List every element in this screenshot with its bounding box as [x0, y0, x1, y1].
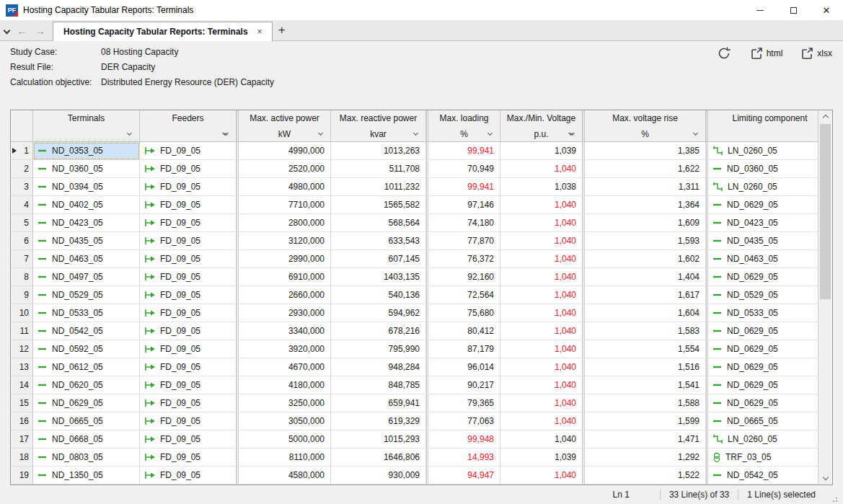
cell-limiting-component[interactable]: ND_0629_05 [706, 376, 832, 394]
table-row[interactable]: 2ND_0360_05FD_09_052520,000511,70870,949… [11, 160, 832, 178]
cell-max-min-voltage[interactable]: 1,040 [500, 160, 583, 178]
vertical-scrollbar[interactable] [818, 110, 832, 485]
cell-max-reactive-power[interactable]: 1013,263 [331, 142, 426, 160]
cell-max-loading[interactable]: 72,564 [426, 286, 500, 304]
cell-max-reactive-power[interactable]: 633,543 [331, 232, 426, 250]
cell-terminal[interactable]: ND_0533_05 [33, 304, 140, 322]
cell-feeder[interactable]: FD_09_05 [140, 340, 237, 358]
table-row[interactable]: 6ND_0435_05FD_09_053120,000633,54377,870… [11, 232, 832, 250]
tab-close-icon[interactable]: × [255, 27, 265, 37]
cell-max-reactive-power[interactable]: 1646,806 [331, 448, 426, 467]
tab-list-dropdown-button[interactable] [4, 25, 9, 35]
cell-max-min-voltage[interactable]: 1,040 [500, 376, 583, 394]
cell-terminal[interactable]: ND_0353_05 [33, 142, 140, 160]
table-row[interactable]: 9ND_0529_05FD_09_052660,000540,13672,564… [11, 286, 832, 304]
cell-feeder[interactable]: FD_09_05 [140, 304, 237, 322]
cell-max-active-power[interactable]: 4580,000 [237, 467, 331, 485]
cell-max-voltage-rise[interactable]: 1,364 [583, 196, 706, 214]
cell-feeder[interactable]: FD_09_05 [140, 196, 237, 214]
cell-terminal[interactable]: ND_0542_05 [33, 322, 140, 340]
cell-max-active-power[interactable]: 6910,000 [237, 268, 331, 286]
cell-max-min-voltage[interactable]: 1,040 [500, 322, 583, 340]
cell-max-reactive-power[interactable]: 1015,293 [331, 430, 426, 448]
cell-max-reactive-power[interactable]: 594,962 [331, 304, 426, 322]
new-tab-button[interactable]: + [273, 20, 291, 40]
table-row[interactable]: 5ND_0423_05FD_09_052800,000568,56474,180… [11, 214, 832, 232]
cell-max-min-voltage[interactable]: 1,040 [500, 394, 583, 412]
cell-max-active-power[interactable]: 2660,000 [237, 286, 331, 304]
cell-terminal[interactable]: ND_0620_05 [33, 376, 140, 394]
row-number-cell[interactable]: 16 [11, 412, 33, 430]
filter-chevron-icon[interactable] [128, 131, 131, 135]
cell-max-loading[interactable]: 79,365 [426, 394, 500, 412]
cell-max-active-power[interactable]: 8110,000 [237, 448, 331, 467]
cell-limiting-component[interactable]: ND_0665_05 [706, 412, 832, 430]
table-row[interactable]: 12ND_0592_05FD_09_053920,000795,99087,17… [11, 340, 832, 358]
cell-limiting-component[interactable]: ND_0435_05 [706, 232, 832, 250]
cell-limiting-component[interactable]: ND_0629_05 [706, 322, 832, 340]
row-number-cell[interactable]: 1 [11, 142, 33, 160]
cell-max-loading[interactable]: 75,680 [426, 304, 500, 322]
export-html-button[interactable]: html [747, 44, 785, 63]
cell-limiting-component[interactable]: ND_0542_05 [706, 467, 832, 485]
column-header-terminals[interactable]: Terminals [33, 110, 140, 141]
cell-max-min-voltage[interactable]: 1,040 [500, 358, 583, 376]
table-row[interactable]: 14ND_0620_05FD_09_054180,000848,78590,21… [11, 376, 832, 394]
filter-chevron-icon[interactable] [223, 131, 228, 135]
cell-max-voltage-rise[interactable]: 1,554 [583, 340, 706, 358]
table-row[interactable]: 10ND_0533_05FD_09_052930,000594,96275,68… [11, 304, 832, 322]
cell-max-loading[interactable]: 94,947 [426, 467, 500, 485]
cell-max-loading[interactable]: 92,160 [426, 268, 500, 286]
refresh-button[interactable] [714, 43, 734, 63]
cell-terminal[interactable]: ND_0463_05 [33, 250, 140, 268]
cell-max-voltage-rise[interactable]: 1,617 [583, 286, 706, 304]
cell-max-reactive-power[interactable]: 1403,135 [331, 268, 426, 286]
cell-feeder[interactable]: FD_09_05 [140, 268, 237, 286]
cell-max-active-power[interactable]: 2990,000 [237, 250, 331, 268]
cell-max-reactive-power[interactable]: 930,009 [331, 467, 426, 485]
column-header-max-reactive-power[interactable]: Max. reactive powerkvar [331, 110, 426, 141]
row-number-cell[interactable]: 4 [11, 196, 33, 214]
cell-max-loading[interactable]: 70,949 [426, 160, 500, 178]
cell-terminal[interactable]: ND_1350_05 [33, 467, 140, 485]
cell-max-voltage-rise[interactable]: 1,599 [583, 412, 706, 430]
cell-limiting-component[interactable]: ND_0533_05 [706, 304, 832, 322]
row-number-cell[interactable]: 14 [11, 376, 33, 394]
filter-chevron-icon[interactable] [569, 131, 574, 135]
cell-limiting-component[interactable]: ND_0629_05 [706, 394, 832, 412]
cell-max-active-power[interactable]: 4670,000 [237, 358, 331, 376]
cell-terminal[interactable]: ND_0592_05 [33, 340, 140, 358]
cell-limiting-component[interactable]: ND_0529_05 [706, 286, 832, 304]
column-header-feeders[interactable]: Feeders [140, 110, 237, 141]
cell-max-min-voltage[interactable]: 1,040 [500, 268, 583, 286]
cell-max-loading[interactable]: 99,941 [426, 142, 500, 160]
cell-max-active-power[interactable]: 4980,000 [237, 178, 331, 196]
cell-max-min-voltage[interactable]: 1,040 [500, 430, 583, 448]
export-xlsx-button[interactable]: xlsx [798, 44, 834, 63]
minimize-button[interactable] [743, 0, 777, 20]
row-number-cell[interactable]: 19 [11, 467, 33, 485]
cell-max-reactive-power[interactable]: 568,564 [331, 214, 426, 232]
cell-max-active-power[interactable]: 3120,000 [237, 232, 331, 250]
cell-limiting-component[interactable]: ND_0629_05 [706, 358, 832, 376]
cell-limiting-component[interactable]: ND_0360_05 [706, 160, 832, 178]
table-row[interactable]: 7ND_0463_05FD_09_052990,000607,14576,372… [11, 250, 832, 268]
cell-max-voltage-rise[interactable]: 1,385 [583, 142, 706, 160]
table-row[interactable]: 4ND_0402_05FD_09_057710,0001565,58297,14… [11, 196, 832, 214]
column-header-max-active-power[interactable]: Max. active powerkW [237, 110, 331, 141]
cell-feeder[interactable]: FD_09_05 [140, 430, 237, 448]
cell-max-active-power[interactable]: 2800,000 [237, 214, 331, 232]
maximize-button[interactable] [777, 0, 810, 20]
filter-chevron-icon[interactable] [694, 131, 697, 135]
row-number-cell[interactable]: 7 [11, 250, 33, 268]
cell-max-reactive-power[interactable]: 659,941 [331, 394, 426, 412]
cell-limiting-component[interactable]: ND_0629_05 [706, 268, 832, 286]
cell-max-voltage-rise[interactable]: 1,622 [583, 160, 706, 178]
cell-max-voltage-rise[interactable]: 1,311 [583, 178, 706, 196]
cell-max-voltage-rise[interactable]: 1,404 [583, 268, 706, 286]
cell-max-min-voltage[interactable]: 1,040 [500, 412, 583, 430]
scrollbar-thumb[interactable] [820, 124, 831, 299]
cell-feeder[interactable]: FD_09_05 [140, 214, 237, 232]
cell-max-loading[interactable]: 90,217 [426, 376, 500, 394]
cell-max-min-voltage[interactable]: 1,040 [500, 196, 583, 214]
